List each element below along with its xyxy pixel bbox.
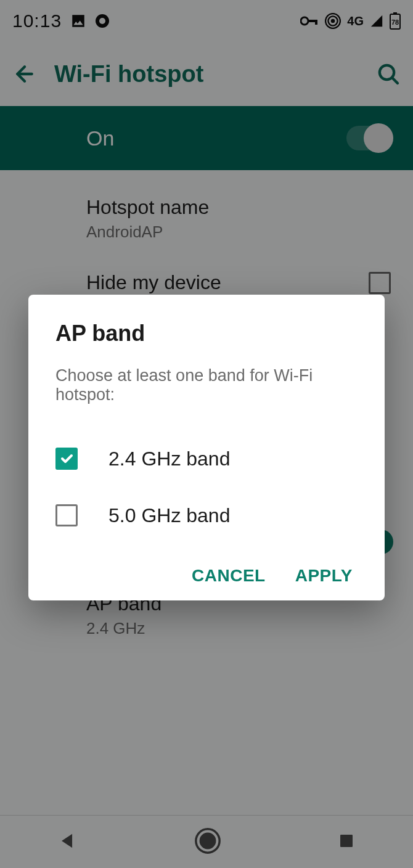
checkbox-checked-icon <box>55 448 78 470</box>
dialog-option-label: 2.4 GHz band <box>108 448 230 470</box>
dialog-actions: CANCEL APPLY <box>55 566 358 586</box>
apply-button[interactable]: APPLY <box>295 566 353 586</box>
ap-band-dialog: AP band Choose at least one band for Wi-… <box>28 295 385 600</box>
dialog-subtitle: Choose at least one band for Wi-Fi hotsp… <box>55 366 358 404</box>
dialog-option-label: 5.0 GHz band <box>108 504 230 527</box>
dialog-option-5-0ghz[interactable]: 5.0 GHz band <box>55 487 358 544</box>
dialog-title: AP band <box>55 321 358 346</box>
checkbox-unchecked-icon <box>55 504 78 526</box>
dialog-option-2-4ghz[interactable]: 2.4 GHz band <box>55 430 358 487</box>
cancel-button[interactable]: CANCEL <box>192 566 266 586</box>
